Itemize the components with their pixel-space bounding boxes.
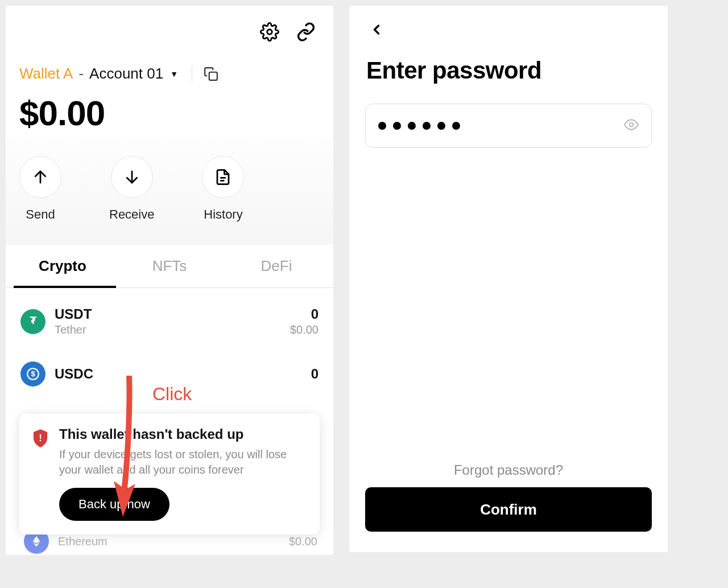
gear-icon [260,22,279,42]
account-name: Account 01 [89,65,163,83]
action-bar: Send Receive History [6,139,333,245]
coin-usd: $0.00 [290,323,318,336]
coin-row-usdt[interactable]: ₮ USDT Tether 0 $0.00 [17,294,322,349]
coin-usd: $0.00 [289,535,317,548]
eye-icon [624,117,639,132]
separator-dash: - [78,65,84,83]
svg-point-12 [630,123,634,127]
backup-warning-card: ! This wallet hasn't backed up If your d… [19,414,320,534]
back-button[interactable] [365,18,388,41]
wallet-name: Wallet A [19,65,73,83]
usdt-icon: ₮ [20,309,46,334]
coin-symbol: USDT [55,306,281,322]
send-button[interactable]: Send [19,156,61,222]
forgot-password-link[interactable]: Forgot password? [454,462,563,478]
enter-password-screen: Enter password Forgot password? Confirm [349,6,668,552]
connect-button[interactable] [296,22,316,42]
svg-point-0 [267,30,272,35]
coin-symbol: USDC [55,366,302,382]
coin-name: Tether [55,323,281,336]
link-icon [296,22,316,42]
coin-amount: 0 [290,306,318,322]
arrow-up-icon [32,168,49,186]
chevron-down-icon: ▼ [170,69,178,79]
backup-title: This wallet hasn't backed up [59,426,307,442]
usdc-icon: $ [20,361,46,386]
history-button[interactable]: History [202,156,244,222]
password-input[interactable] [365,104,652,148]
confirm-button[interactable]: Confirm [365,487,652,532]
coin-row-usdc[interactable]: $ USDC 0 [17,349,322,399]
account-selector[interactable]: Wallet A - Account 01 ▼ [6,48,333,83]
svg-rect-1 [209,72,217,80]
wallet-home-screen: Wallet A - Account 01 ▼ $0.00 Send [6,6,333,555]
coin-list: ₮ USDT Tether 0 $0.00 $ USDC [6,288,333,399]
total-balance: $0.00 [6,83,333,139]
send-label: Send [26,207,55,222]
tab-defi[interactable]: DeFi [223,245,330,287]
svg-text:₮: ₮ [30,315,36,326]
receive-label: Receive [109,207,154,222]
toggle-password-visibility-button[interactable] [624,117,639,134]
password-masked-dots [378,122,617,130]
coin-amount: 0 [311,366,318,382]
chevron-left-icon [369,22,384,38]
warning-shield-icon: ! [32,429,49,448]
copy-icon [204,67,218,81]
arrow-down-icon [123,168,140,186]
settings-button[interactable] [259,22,280,42]
history-icon [214,168,231,186]
backup-description: If your device gets lost or stolen, you … [59,447,307,478]
topbar [6,6,333,48]
coin-name: Ethereum [58,535,107,548]
vertical-divider [192,66,192,82]
tab-nfts[interactable]: NFTs [116,245,223,287]
backup-now-button[interactable]: Back up now [59,488,169,521]
svg-text:!: ! [39,433,42,443]
receive-button[interactable]: Receive [109,156,154,222]
asset-tabs: Crypto NFTs DeFi [6,245,333,288]
svg-text:$: $ [31,369,35,378]
tab-crypto[interactable]: Crypto [9,245,116,287]
svg-marker-9 [33,536,40,544]
history-label: History [204,207,242,222]
page-title: Enter password [349,41,668,84]
copy-address-button[interactable] [202,65,220,83]
